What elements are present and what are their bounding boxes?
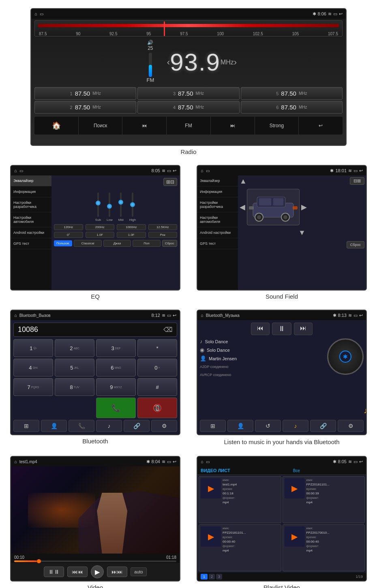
preset-3[interactable]: 3 87.50 MHz	[137, 87, 239, 100]
pl-item-0[interactable]: ▶ имя: test1.mp4 время: 00:1:18 формат: …	[199, 476, 281, 523]
btm-nav-repeat[interactable]: ↺	[255, 420, 281, 432]
btm-prev-btn[interactable]: ⏮	[251, 323, 270, 335]
radio-fm-btn[interactable]: FM	[167, 117, 211, 135]
bt-nav-calls[interactable]: 📞	[69, 420, 94, 432]
freq-next-btn[interactable]: ›	[234, 57, 237, 68]
eq-freq-12k[interactable]: 12.5KHz	[148, 224, 178, 230]
vid-play-btn[interactable]: ▶	[91, 565, 104, 578]
bt-nav-settings[interactable]: ⚙	[151, 420, 177, 432]
sf-menu-car-settings[interactable]: Настройки автомобиля	[197, 212, 238, 227]
btm-nav-connect[interactable]: 🔗	[310, 420, 336, 432]
vid-auto-btn[interactable]: auto	[131, 567, 146, 576]
bt-key-0[interactable]: 0+	[137, 359, 177, 376]
bt-nav-contacts[interactable]: 👤	[41, 420, 67, 432]
eq-param-rock[interactable]: Рок	[148, 232, 178, 238]
pl-all-btn[interactable]: Все	[293, 468, 300, 473]
preset-6[interactable]: 6 87.50 MHz	[241, 101, 343, 113]
btm-nav-contacts[interactable]: 👤	[227, 420, 253, 432]
eq-freq-1000[interactable]: 1000Hz	[117, 224, 146, 230]
bt-key-5[interactable]: 5JKL	[55, 359, 94, 376]
eq-knob-sub[interactable]	[96, 201, 101, 205]
eq-track-low[interactable]	[109, 192, 110, 217]
radio-tuner-bar[interactable]: 87.5 90 92.5 95 97.5 100 102.5 105 107.5	[34, 20, 343, 36]
radio-next-btn[interactable]: ⏭	[211, 117, 255, 135]
radio-search-btn[interactable]: Поиск	[79, 117, 123, 135]
preset-4[interactable]: 4 87.50 MHz	[137, 101, 239, 113]
sf-menu-android[interactable]: Android настройки	[197, 227, 238, 238]
eq-menu-equalizer[interactable]: Эквалайзер	[11, 175, 51, 186]
preset-1[interactable]: 1 87.50 MHz	[34, 87, 136, 100]
eq-menu-gps[interactable]: GPS тест	[11, 238, 51, 249]
btm-next-btn[interactable]: ⏭	[294, 323, 313, 335]
pl-item-2[interactable]: ▶ имя: FPZ20181101... время: 00:00:40 фо…	[199, 524, 281, 571]
sf-left-arrow[interactable]: ◀	[240, 203, 245, 212]
volume-bar[interactable]	[149, 53, 152, 77]
btm-pause-btn[interactable]: ⏸	[272, 323, 291, 335]
radio-back-btn[interactable]: ↩	[299, 117, 343, 135]
bt-call-btn[interactable]: 📞	[96, 398, 136, 418]
eq-param-1f1[interactable]: 1.0F	[86, 232, 115, 238]
bt-nav-keypad[interactable]: ⊞	[13, 420, 39, 432]
eq-knob-high[interactable]	[130, 202, 135, 207]
bt-nav-connect[interactable]: 🔗	[124, 420, 150, 432]
eq-track-sub[interactable]	[97, 192, 99, 217]
sf-right-arrow[interactable]: ▶	[301, 203, 307, 212]
bt-key-2[interactable]: 2ABC	[55, 339, 94, 357]
eq-menu-info[interactable]: Информация	[11, 186, 51, 197]
eq-track-mid[interactable]	[120, 192, 122, 217]
bt-key-7[interactable]: 7PQRS	[13, 378, 53, 396]
sf-menu-info[interactable]: Информация	[197, 186, 238, 197]
bt-key-9[interactable]: 9WXYZ	[96, 378, 136, 396]
eq-param-1f2[interactable]: 1.0F	[117, 232, 146, 238]
bt-nav-music[interactable]: ♪	[96, 420, 122, 432]
eq-preset-jazz[interactable]: Джаз	[103, 240, 131, 247]
bt-key-3[interactable]: 3DEF	[96, 339, 136, 357]
bt-key-hash[interactable]: #	[137, 378, 177, 396]
eq-freq-200[interactable]: 200Hz	[86, 224, 115, 230]
sf-reset-btn[interactable]: Сброс	[347, 241, 364, 248]
btm-nav-keypad[interactable]: ⊞	[200, 420, 226, 432]
eq-preset-pop[interactable]: Поп	[133, 240, 160, 247]
pl-page-2[interactable]: 2	[209, 574, 215, 579]
eq-toggle-btn[interactable]: ⊞⊟	[163, 178, 177, 186]
eq-menu-dev-settings[interactable]: Настройки разработчика	[11, 197, 51, 212]
bt-endcall-btn[interactable]: 📵	[137, 398, 177, 418]
bt-key-8[interactable]: 8TUV	[55, 378, 94, 396]
radio-strong-btn[interactable]: Strong	[255, 117, 299, 135]
bt-key-6[interactable]: 6MNO	[96, 359, 136, 376]
sf-eq-toggle-btn[interactable]: ⊟⊞	[350, 177, 364, 185]
bt-key-star[interactable]: *	[137, 339, 177, 357]
pl-item-1[interactable]: ▶ имя: FPZ20181101... время: 00:00:39 фо…	[283, 476, 365, 523]
preset-2[interactable]: 2 87.50 MHz	[34, 101, 136, 113]
vid-next-btn[interactable]: ⏭⏭	[107, 567, 127, 577]
pl-page-3[interactable]: 3	[216, 574, 222, 579]
vid-prev-btn[interactable]: ⏮⏮	[67, 567, 88, 577]
bt-key-1[interactable]: 1Q₀	[13, 339, 53, 357]
eq-preset-classical[interactable]: Classical	[74, 240, 101, 247]
radio-home-btn[interactable]: 🏠	[34, 117, 79, 135]
btm-nav-music[interactable]: ♪	[283, 420, 308, 432]
preset-5[interactable]: 5 87.50 MHz	[241, 87, 343, 100]
eq-knob-mid[interactable]	[118, 200, 123, 205]
sf-menu-equalizer[interactable]: Эквалайзер	[197, 175, 238, 186]
eq-reset-btn[interactable]: Сброс	[162, 240, 177, 247]
eq-menu-car-settings[interactable]: Настройки автомобиля	[11, 212, 51, 227]
pl-item-3[interactable]: ▶ имя: FPZ20170010... время: 00:00:40 фо…	[283, 524, 365, 571]
sf-menu-dev-settings[interactable]: Настройки разработчика	[197, 197, 238, 212]
vid-progress-dot[interactable]	[37, 559, 41, 563]
eq-param-0[interactable]: 0°	[54, 232, 83, 238]
vid-settings-btn[interactable]: ⏸⏸	[44, 567, 64, 577]
eq-knob-low[interactable]	[107, 204, 112, 209]
eq-menu-android[interactable]: Android настройки	[11, 227, 51, 238]
pl-page-1[interactable]: 1	[201, 574, 208, 579]
vid-progress-bar[interactable]	[14, 560, 176, 562]
sf-menu-gps[interactable]: GPS тест	[197, 238, 238, 249]
btm-nav-settings[interactable]: ⚙	[338, 420, 364, 432]
bt-key-4[interactable]: 4GHI	[13, 359, 53, 376]
sf-down-btn[interactable]: ▼	[240, 229, 364, 237]
sf-up-btn[interactable]: ▲	[240, 177, 247, 186]
bt-delete-btn[interactable]: ⌫	[163, 326, 173, 334]
eq-freq-120[interactable]: 120Hz	[54, 224, 83, 230]
radio-prev-btn[interactable]: ⏮	[122, 117, 167, 135]
eq-track-high[interactable]	[132, 192, 133, 217]
